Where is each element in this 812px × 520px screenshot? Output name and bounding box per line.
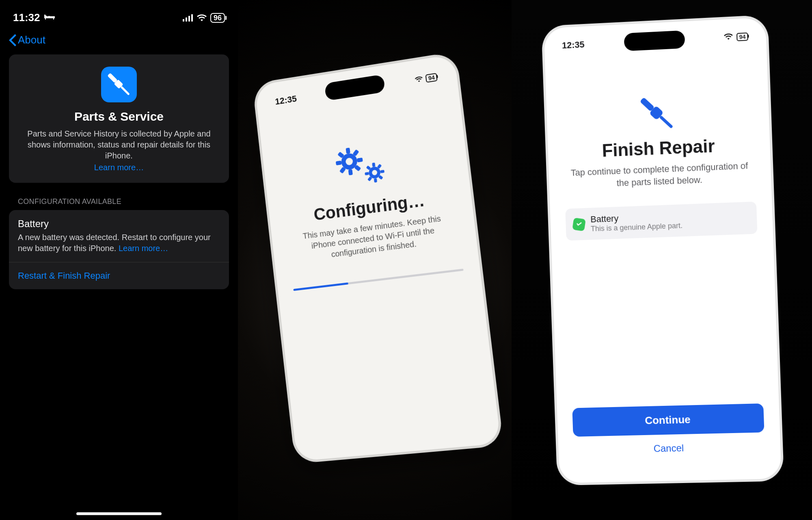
row-body: A new battery was detected. Restart to c… <box>18 232 220 254</box>
row-learn-more-link[interactable]: Learn more… <box>119 244 168 253</box>
battery-indicator: 94 <box>736 32 748 41</box>
back-label: About <box>18 34 45 46</box>
chevron-left-icon <box>9 34 16 46</box>
card-description: Parts and Service History is collected b… <box>19 128 219 161</box>
progress-fill <box>293 282 348 291</box>
svg-rect-3 <box>191 14 193 22</box>
part-card: Battery This is a genuine Apple part. <box>565 202 757 240</box>
svg-rect-29 <box>659 115 673 129</box>
phone-frame: 12:35 94 <box>252 51 504 464</box>
progress-bar <box>293 269 464 291</box>
status-time: 11:32 <box>13 11 40 24</box>
svg-rect-0 <box>183 19 184 22</box>
svg-rect-11 <box>336 160 342 165</box>
battery-indicator: 96 <box>210 13 225 23</box>
screwdriver-icon <box>561 87 754 140</box>
wifi-icon <box>197 14 207 22</box>
checkmark-badge-icon <box>572 218 585 232</box>
svg-rect-9 <box>346 147 350 154</box>
svg-rect-22 <box>380 170 384 173</box>
row-title: Battery <box>18 218 220 230</box>
parts-service-card: Parts & Service Parts and Service Histor… <box>9 54 229 183</box>
home-indicator[interactable] <box>76 512 162 515</box>
svg-rect-10 <box>348 169 353 176</box>
status-bar: 11:32 96 <box>9 0 229 24</box>
status-time: 12:35 <box>274 93 297 107</box>
dynamic-island <box>624 30 685 51</box>
wifi-icon <box>723 32 734 43</box>
svg-rect-12 <box>357 158 363 162</box>
finish-repair-description: Tap continue to complete the configurati… <box>564 159 756 191</box>
configuration-list: Battery A new battery was detected. Rest… <box>9 210 229 289</box>
screwdriver-icon <box>101 67 137 102</box>
configuring-photo: 12:35 94 <box>238 0 512 520</box>
battery-indicator: 94 <box>425 73 438 82</box>
svg-rect-4 <box>107 73 117 83</box>
svg-rect-1 <box>186 17 187 22</box>
restart-finish-repair-button[interactable]: Restart & Finish Repair <box>9 262 229 289</box>
svg-rect-21 <box>365 172 369 175</box>
svg-rect-6 <box>121 86 130 95</box>
battery-config-row: Battery A new battery was detected. Rest… <box>9 210 229 262</box>
phone-frame: 12:35 94 Finish Repair Tap continue to c… <box>541 15 784 485</box>
settings-parts-service-screen: 11:32 96 About Parts & Service Parts and… <box>0 0 238 520</box>
svg-rect-27 <box>640 97 655 112</box>
wifi-icon <box>414 74 424 86</box>
svg-rect-20 <box>374 178 377 183</box>
card-title: Parts & Service <box>19 110 219 124</box>
svg-rect-19 <box>372 162 375 167</box>
continue-button[interactable]: Continue <box>572 403 764 437</box>
bed-icon <box>43 11 56 24</box>
cancel-button[interactable]: Cancel <box>556 440 783 456</box>
svg-rect-2 <box>188 16 190 22</box>
section-header: CONFIGURATION AVAILABLE <box>18 197 229 206</box>
dynamic-island <box>324 74 385 101</box>
back-button[interactable]: About <box>9 34 229 46</box>
cellular-icon <box>183 14 193 22</box>
finish-repair-photo: 12:35 94 Finish Repair Tap continue to c… <box>512 0 812 520</box>
status-time: 12:35 <box>562 39 585 51</box>
learn-more-link[interactable]: Learn more… <box>19 163 219 172</box>
